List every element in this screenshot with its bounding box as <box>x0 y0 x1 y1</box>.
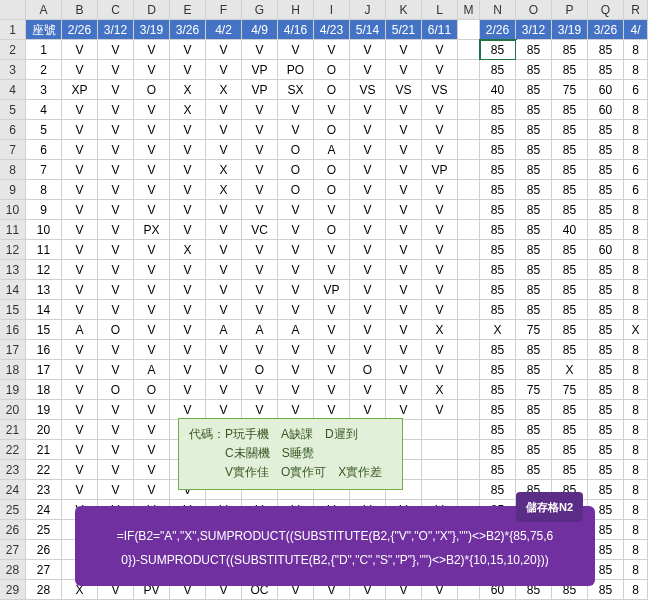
spacer-cell[interactable] <box>458 360 480 380</box>
row-header-25[interactable]: 25 <box>0 500 26 520</box>
data-cell[interactable]: V <box>98 400 134 420</box>
result-cell[interactable]: 85 <box>552 120 588 140</box>
result-cell[interactable]: 85 <box>588 280 624 300</box>
col-header-D[interactable]: D <box>134 0 170 20</box>
result-cell[interactable]: 85 <box>588 220 624 240</box>
data-cell[interactable]: V <box>98 420 134 440</box>
row-header-15[interactable]: 15 <box>0 300 26 320</box>
data-cell[interactable]: V <box>134 400 170 420</box>
data-cell[interactable]: VS <box>386 80 422 100</box>
data-cell[interactable]: V <box>134 60 170 80</box>
result-cell[interactable]: 85 <box>588 480 624 500</box>
result-cell[interactable]: X <box>624 320 648 340</box>
spacer-cell[interactable] <box>458 60 480 80</box>
data-cell[interactable]: V <box>350 100 386 120</box>
data-cell[interactable]: V <box>134 300 170 320</box>
data-cell[interactable]: V <box>386 280 422 300</box>
rownum-cell[interactable]: 22 <box>26 460 62 480</box>
row-header-3[interactable]: 3 <box>0 60 26 80</box>
data-cell[interactable]: V <box>422 60 458 80</box>
data-cell[interactable]: V <box>278 100 314 120</box>
data-cell[interactable]: V <box>314 320 350 340</box>
data-cell[interactable]: A <box>314 140 350 160</box>
data-cell[interactable]: V <box>134 280 170 300</box>
data-cell[interactable]: V <box>170 280 206 300</box>
data-cell[interactable]: V <box>206 380 242 400</box>
data-cell[interactable]: V <box>278 280 314 300</box>
data-cell[interactable]: V <box>98 460 134 480</box>
result-cell[interactable]: 85 <box>480 200 516 220</box>
row-header-22[interactable]: 22 <box>0 440 26 460</box>
rownum-cell[interactable]: 21 <box>26 440 62 460</box>
spacer-cell[interactable] <box>458 480 480 500</box>
result-cell[interactable]: 85 <box>480 340 516 360</box>
rownum-cell[interactable]: 7 <box>26 160 62 180</box>
result-cell[interactable]: 85 <box>588 40 624 60</box>
data-cell[interactable]: V <box>242 240 278 260</box>
col-header-R[interactable]: R <box>624 0 648 20</box>
data-cell[interactable]: V <box>62 400 98 420</box>
data-cell[interactable]: O <box>314 220 350 240</box>
spacer-cell[interactable] <box>458 160 480 180</box>
data-cell[interactable]: V <box>134 340 170 360</box>
data-cell[interactable]: V <box>62 200 98 220</box>
result-cell[interactable]: 85 <box>516 40 552 60</box>
result-cell[interactable]: 85 <box>480 220 516 240</box>
result-cell[interactable]: 85 <box>480 120 516 140</box>
col-header-B[interactable]: B <box>62 0 98 20</box>
data-cell[interactable]: V <box>62 440 98 460</box>
row-header-8[interactable]: 8 <box>0 160 26 180</box>
data-cell[interactable]: V <box>422 100 458 120</box>
data-cell[interactable]: V <box>62 220 98 240</box>
data-cell[interactable]: V <box>386 380 422 400</box>
data-cell[interactable]: V <box>314 400 350 420</box>
data-cell[interactable]: V <box>170 340 206 360</box>
spacer-cell[interactable] <box>458 420 480 440</box>
data-cell[interactable]: V <box>170 300 206 320</box>
rownum-cell[interactable]: 9 <box>26 200 62 220</box>
result-cell[interactable]: 85 <box>480 280 516 300</box>
result-cell[interactable]: 40 <box>480 80 516 100</box>
result-cell[interactable]: 8 <box>624 140 648 160</box>
row-header-24[interactable]: 24 <box>0 480 26 500</box>
result-cell[interactable]: 85 <box>480 460 516 480</box>
spacer-cell[interactable] <box>458 140 480 160</box>
result-cell[interactable]: 8 <box>624 580 648 600</box>
rownum-cell[interactable]: 6 <box>26 140 62 160</box>
data-cell[interactable]: V <box>206 40 242 60</box>
data-cell[interactable]: X <box>170 100 206 120</box>
data-cell[interactable]: A <box>278 320 314 340</box>
spacer-cell[interactable] <box>458 260 480 280</box>
row-header-29[interactable]: 29 <box>0 580 26 600</box>
spacer-cell[interactable] <box>458 340 480 360</box>
col-header-O[interactable]: O <box>516 0 552 20</box>
result-cell[interactable]: 85 <box>516 60 552 80</box>
data-cell[interactable]: V <box>134 180 170 200</box>
data-cell[interactable]: V <box>278 120 314 140</box>
row-header-17[interactable]: 17 <box>0 340 26 360</box>
spacer-cell[interactable] <box>458 400 480 420</box>
result-cell[interactable]: 8 <box>624 40 648 60</box>
data-cell[interactable]: V <box>170 380 206 400</box>
row-header-21[interactable]: 21 <box>0 420 26 440</box>
data-cell[interactable]: V <box>206 260 242 280</box>
data-cell[interactable]: V <box>98 340 134 360</box>
result-cell[interactable]: X <box>480 320 516 340</box>
rownum-cell[interactable]: 27 <box>26 560 62 580</box>
data-cell[interactable]: V <box>242 300 278 320</box>
row-header-16[interactable]: 16 <box>0 320 26 340</box>
result-cell[interactable]: 8 <box>624 120 648 140</box>
col-header-A[interactable]: A <box>26 0 62 20</box>
header-cell[interactable]: 4/23 <box>314 20 350 40</box>
data-cell[interactable]: PX <box>134 220 170 240</box>
data-cell[interactable]: V <box>314 40 350 60</box>
result-cell[interactable]: 8 <box>624 360 648 380</box>
header-cell[interactable]: 3/19 <box>134 20 170 40</box>
header-cell-right[interactable]: 4/ <box>624 20 648 40</box>
data-cell[interactable]: V <box>386 360 422 380</box>
data-cell[interactable]: V <box>134 260 170 280</box>
result-cell[interactable]: 8 <box>624 200 648 220</box>
result-cell[interactable]: 8 <box>624 240 648 260</box>
col-header-H[interactable]: H <box>278 0 314 20</box>
data-cell[interactable]: V <box>386 340 422 360</box>
